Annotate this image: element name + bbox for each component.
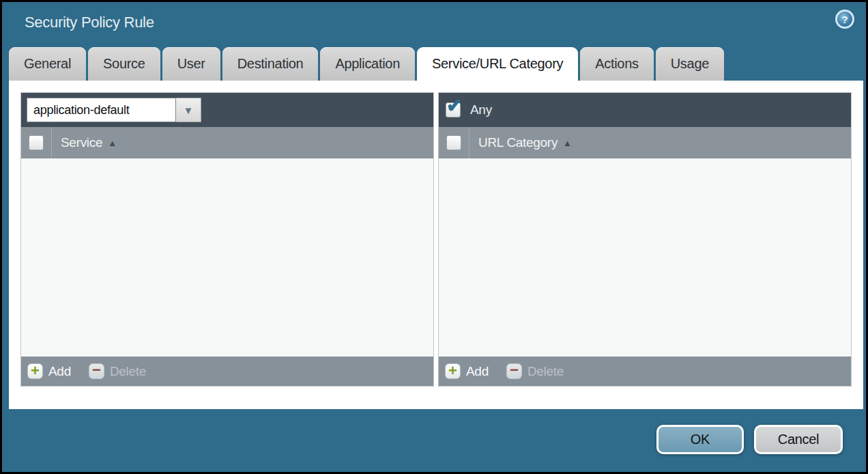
service-type-dropdown[interactable]: application-default ▼ — [27, 98, 201, 122]
sort-asc-icon[interactable]: ▲ — [563, 138, 572, 148]
checkmark-icon: ✔ — [446, 96, 462, 117]
tab-destination[interactable]: Destination — [222, 47, 319, 81]
service-select-all-cell — [21, 127, 52, 158]
url-category-delete-button[interactable]: − Delete — [506, 363, 564, 379]
service-add-label: Add — [48, 364, 71, 379]
service-delete-label: Delete — [110, 364, 146, 379]
plus-icon: + — [445, 363, 461, 379]
url-category-select-all-cell — [439, 127, 469, 158]
url-category-any-row: ✔ Any — [444, 102, 492, 117]
tab-actions[interactable]: Actions — [580, 47, 654, 81]
service-type-dropdown-button[interactable]: ▼ — [176, 98, 201, 122]
security-policy-rule-dialog: Security Policy Rule ? General Source Us… — [2, 2, 866, 472]
panels-container: application-default ▼ Service ▲ — [20, 92, 852, 387]
service-select-all-checkbox[interactable] — [29, 135, 44, 150]
url-category-add-button[interactable]: + Add — [445, 363, 489, 379]
tab-content: application-default ▼ Service ▲ — [9, 81, 863, 409]
service-type-dropdown-value[interactable]: application-default — [27, 98, 176, 122]
service-delete-button[interactable]: − Delete — [89, 363, 146, 379]
url-category-list — [439, 158, 851, 357]
service-panel-toolbar: + Add − Delete — [21, 357, 433, 386]
url-category-column-label[interactable]: URL Category — [478, 135, 558, 150]
service-column-label[interactable]: Service — [61, 135, 102, 150]
url-category-any-checkbox[interactable]: ✔ — [446, 102, 461, 117]
sort-asc-icon[interactable]: ▲ — [108, 138, 117, 148]
service-panel: application-default ▼ Service ▲ — [20, 92, 434, 387]
service-add-button[interactable]: + Add — [27, 363, 71, 379]
tab-usage[interactable]: Usage — [656, 47, 724, 81]
url-category-panel: ✔ Any URL Category ▲ + Add — [438, 92, 852, 387]
tab-application[interactable]: Application — [320, 47, 415, 81]
help-icon[interactable]: ? — [835, 10, 854, 29]
tab-service-url-category[interactable]: Service/URL Category — [417, 47, 578, 81]
cancel-button[interactable]: Cancel — [754, 425, 843, 454]
url-category-panel-toolbar: + Add − Delete — [439, 357, 851, 386]
url-category-column-header: URL Category ▲ — [439, 127, 851, 158]
tab-bar: General Source User Destination Applicat… — [9, 47, 724, 81]
chevron-down-icon: ▼ — [184, 105, 194, 115]
plus-icon: + — [27, 363, 43, 379]
service-panel-header: application-default ▼ — [21, 93, 433, 127]
minus-icon: − — [506, 363, 522, 379]
dialog-titlebar: Security Policy Rule ? — [2, 2, 866, 46]
tab-general[interactable]: General — [9, 47, 86, 81]
dialog-title: Security Policy Rule — [25, 14, 154, 31]
service-list — [21, 158, 433, 357]
url-category-panel-header: ✔ Any — [439, 93, 851, 127]
minus-icon: − — [89, 363, 104, 379]
url-category-any-label: Any — [470, 102, 492, 117]
url-category-select-all-checkbox[interactable] — [446, 135, 461, 150]
url-category-add-label: Add — [466, 364, 489, 379]
url-category-delete-label: Delete — [527, 364, 564, 379]
tab-user[interactable]: User — [162, 47, 220, 81]
tab-source[interactable]: Source — [88, 47, 160, 81]
ok-button[interactable]: OK — [656, 425, 744, 454]
service-column-header: Service ▲ — [21, 127, 433, 158]
